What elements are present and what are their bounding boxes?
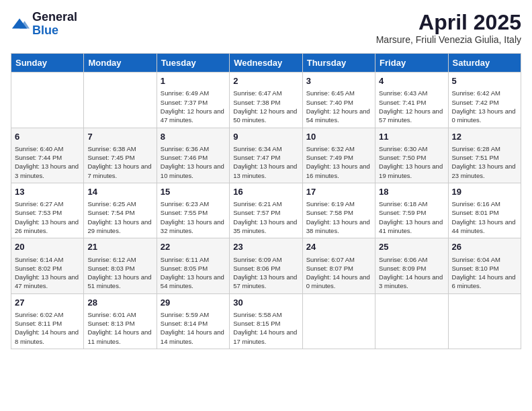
calendar-cell: 25Sunrise: 6:06 AM Sunset: 8:09 PM Dayli… (375, 238, 448, 293)
day-info: Sunrise: 6:01 AM Sunset: 8:13 PM Dayligh… (87, 310, 152, 346)
calendar-week-row: 20Sunrise: 6:14 AM Sunset: 8:02 PM Dayli… (11, 238, 521, 293)
day-number: 13 (15, 186, 80, 198)
calendar-cell: 20Sunrise: 6:14 AM Sunset: 8:02 PM Dayli… (11, 238, 84, 293)
day-number: 15 (161, 186, 226, 198)
day-number: 25 (379, 241, 444, 253)
day-number: 9 (233, 131, 298, 143)
calendar-cell: 16Sunrise: 6:21 AM Sunset: 7:57 PM Dayli… (230, 183, 302, 238)
page-subtitle: Marsure, Friuli Venezia Giulia, Italy (376, 34, 521, 45)
calendar-cell: 7Sunrise: 6:38 AM Sunset: 7:45 PM Daylig… (84, 128, 157, 183)
weekday-header: Thursday (302, 54, 375, 73)
day-info: Sunrise: 6:02 AM Sunset: 8:11 PM Dayligh… (15, 310, 80, 346)
calendar-cell: 29Sunrise: 5:59 AM Sunset: 8:14 PM Dayli… (157, 293, 229, 349)
day-info: Sunrise: 6:47 AM Sunset: 7:38 PM Dayligh… (233, 89, 298, 124)
day-info: Sunrise: 6:09 AM Sunset: 8:06 PM Dayligh… (233, 255, 298, 291)
day-number: 19 (452, 186, 517, 198)
day-info: Sunrise: 6:30 AM Sunset: 7:50 PM Dayligh… (379, 144, 444, 180)
day-number: 18 (379, 186, 444, 198)
calendar-cell: 21Sunrise: 6:12 AM Sunset: 8:03 PM Dayli… (84, 238, 157, 293)
day-number: 14 (87, 186, 152, 198)
day-number: 4 (379, 75, 444, 87)
day-number: 12 (452, 131, 517, 143)
day-number: 10 (306, 131, 371, 143)
day-info: Sunrise: 6:42 AM Sunset: 7:42 PM Dayligh… (452, 89, 517, 124)
calendar-cell (84, 73, 157, 128)
calendar-cell: 15Sunrise: 6:23 AM Sunset: 7:55 PM Dayli… (157, 183, 229, 238)
day-number: 24 (306, 241, 371, 253)
day-number: 6 (15, 131, 80, 143)
calendar-cell: 11Sunrise: 6:30 AM Sunset: 7:50 PM Dayli… (375, 128, 448, 183)
day-info: Sunrise: 6:43 AM Sunset: 7:41 PM Dayligh… (379, 89, 444, 124)
weekday-header: Saturday (448, 54, 521, 73)
calendar-body: 1Sunrise: 6:49 AM Sunset: 7:37 PM Daylig… (11, 73, 521, 349)
day-info: Sunrise: 6:23 AM Sunset: 7:55 PM Dayligh… (161, 199, 226, 235)
calendar-cell: 1Sunrise: 6:49 AM Sunset: 7:37 PM Daylig… (157, 73, 229, 128)
day-number: 23 (233, 241, 298, 253)
calendar-week-row: 6Sunrise: 6:40 AM Sunset: 7:44 PM Daylig… (11, 128, 521, 183)
calendar-cell: 26Sunrise: 6:04 AM Sunset: 8:10 PM Dayli… (448, 238, 521, 293)
day-info: Sunrise: 6:45 AM Sunset: 7:40 PM Dayligh… (306, 89, 371, 124)
day-number: 1 (161, 75, 226, 87)
day-number: 21 (87, 241, 152, 253)
calendar-cell (302, 293, 375, 349)
day-info: Sunrise: 6:28 AM Sunset: 7:51 PM Dayligh… (452, 144, 517, 180)
calendar-header-row: SundayMondayTuesdayWednesdayThursdayFrid… (11, 54, 521, 73)
calendar-table: SundayMondayTuesdayWednesdayThursdayFrid… (11, 53, 521, 349)
day-number: 20 (15, 241, 80, 253)
calendar-cell: 8Sunrise: 6:36 AM Sunset: 7:46 PM Daylig… (157, 128, 229, 183)
calendar-week-row: 13Sunrise: 6:27 AM Sunset: 7:53 PM Dayli… (11, 183, 521, 238)
day-info: Sunrise: 6:14 AM Sunset: 8:02 PM Dayligh… (15, 255, 80, 291)
day-info: Sunrise: 6:06 AM Sunset: 8:09 PM Dayligh… (379, 255, 444, 291)
calendar-cell: 9Sunrise: 6:34 AM Sunset: 7:47 PM Daylig… (230, 128, 302, 183)
calendar-cell: 12Sunrise: 6:28 AM Sunset: 7:51 PM Dayli… (448, 128, 521, 183)
logo-line1: General (32, 11, 77, 24)
day-number: 26 (452, 241, 517, 253)
day-info: Sunrise: 6:32 AM Sunset: 7:49 PM Dayligh… (306, 144, 371, 180)
calendar-cell: 28Sunrise: 6:01 AM Sunset: 8:13 PM Dayli… (84, 293, 157, 349)
logo-line2: Blue (32, 24, 77, 38)
day-info: Sunrise: 6:40 AM Sunset: 7:44 PM Dayligh… (15, 144, 80, 180)
day-info: Sunrise: 6:11 AM Sunset: 8:05 PM Dayligh… (161, 255, 226, 291)
calendar-week-row: 1Sunrise: 6:49 AM Sunset: 7:37 PM Daylig… (11, 73, 521, 128)
day-info: Sunrise: 6:12 AM Sunset: 8:03 PM Dayligh… (87, 255, 152, 291)
logo-text: General Blue (32, 11, 77, 38)
day-number: 22 (161, 241, 226, 253)
day-info: Sunrise: 6:18 AM Sunset: 7:59 PM Dayligh… (379, 199, 444, 235)
day-number: 16 (233, 186, 298, 198)
calendar-cell: 10Sunrise: 6:32 AM Sunset: 7:49 PM Dayli… (302, 128, 375, 183)
calendar-cell: 5Sunrise: 6:42 AM Sunset: 7:42 PM Daylig… (448, 73, 521, 128)
calendar-cell (11, 73, 84, 128)
title-block: April 2025 Marsure, Friuli Venezia Giuli… (376, 11, 521, 45)
calendar-cell: 22Sunrise: 6:11 AM Sunset: 8:05 PM Dayli… (157, 238, 229, 293)
calendar-cell: 23Sunrise: 6:09 AM Sunset: 8:06 PM Dayli… (230, 238, 302, 293)
page-title: April 2025 (376, 11, 521, 34)
day-number: 29 (161, 297, 226, 309)
calendar-cell: 13Sunrise: 6:27 AM Sunset: 7:53 PM Dayli… (11, 183, 84, 238)
day-info: Sunrise: 5:59 AM Sunset: 8:14 PM Dayligh… (161, 310, 226, 346)
weekday-header: Tuesday (157, 54, 229, 73)
day-info: Sunrise: 6:27 AM Sunset: 7:53 PM Dayligh… (15, 199, 80, 235)
calendar-cell: 24Sunrise: 6:07 AM Sunset: 8:07 PM Dayli… (302, 238, 375, 293)
day-info: Sunrise: 6:07 AM Sunset: 8:07 PM Dayligh… (306, 255, 371, 291)
calendar-cell: 3Sunrise: 6:45 AM Sunset: 7:40 PM Daylig… (302, 73, 375, 128)
calendar-cell (375, 293, 448, 349)
day-info: Sunrise: 6:36 AM Sunset: 7:46 PM Dayligh… (161, 144, 226, 180)
day-info: Sunrise: 6:38 AM Sunset: 7:45 PM Dayligh… (87, 144, 152, 180)
weekday-header: Sunday (11, 54, 84, 73)
calendar-cell: 19Sunrise: 6:16 AM Sunset: 8:01 PM Dayli… (448, 183, 521, 238)
weekday-header: Wednesday (230, 54, 302, 73)
day-number: 8 (161, 131, 226, 143)
day-number: 5 (452, 75, 517, 87)
day-info: Sunrise: 6:21 AM Sunset: 7:57 PM Dayligh… (233, 199, 298, 235)
calendar-cell: 30Sunrise: 5:58 AM Sunset: 8:15 PM Dayli… (230, 293, 302, 349)
day-number: 30 (233, 297, 298, 309)
day-info: Sunrise: 6:16 AM Sunset: 8:01 PM Dayligh… (452, 199, 517, 235)
calendar-cell: 17Sunrise: 6:19 AM Sunset: 7:58 PM Dayli… (302, 183, 375, 238)
logo-icon (11, 15, 30, 34)
day-number: 11 (379, 131, 444, 143)
calendar-week-row: 27Sunrise: 6:02 AM Sunset: 8:11 PM Dayli… (11, 293, 521, 349)
day-info: Sunrise: 6:25 AM Sunset: 7:54 PM Dayligh… (87, 199, 152, 235)
weekday-header: Monday (84, 54, 157, 73)
calendar-cell (448, 293, 521, 349)
page-header: General Blue April 2025 Marsure, Friuli … (11, 11, 521, 45)
